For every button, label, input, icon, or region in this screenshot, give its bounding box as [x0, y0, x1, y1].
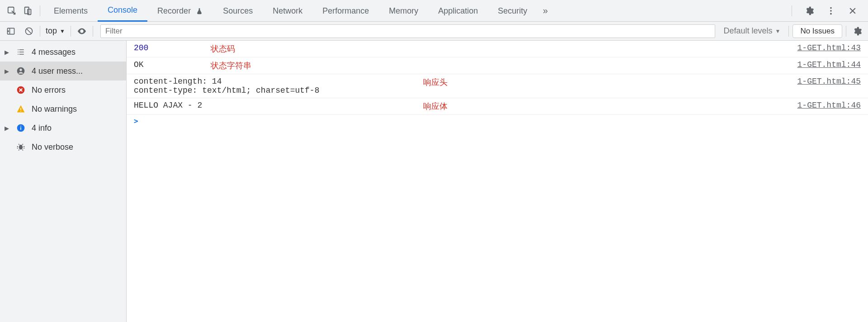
tab-sources[interactable]: Sources: [213, 0, 263, 22]
chevron-down-icon: ▼: [775, 28, 781, 34]
svg-point-9: [19, 69, 22, 71]
svg-rect-12: [20, 111, 21, 112]
tab-security[interactable]: Security: [488, 0, 537, 22]
execution-context-select[interactable]: top ▼: [44, 26, 67, 36]
log-source-link[interactable]: 1-GET.html:45: [797, 77, 861, 86]
divider: [40, 26, 40, 37]
log-annotation: 状态字符串: [211, 60, 423, 71]
live-expression-eye-icon[interactable]: [75, 24, 89, 38]
divider: [93, 26, 93, 37]
console-log-row: 200状态码1-GET.html:43: [127, 41, 868, 57]
divider: [846, 26, 846, 37]
console-prompt[interactable]: >: [127, 115, 868, 127]
sidebar-item-messages[interactable]: ▶ 4 messages: [0, 43, 126, 62]
console-sidebar: ▶ 4 messages ▶ 4 user mess... No errors: [0, 41, 127, 322]
sidebar-item-user-messages[interactable]: ▶ 4 user mess...: [0, 62, 126, 80]
main-area: ▶ 4 messages ▶ 4 user mess... No errors: [0, 41, 868, 322]
close-devtools-icon[interactable]: [844, 3, 861, 19]
log-annotation: 响应头: [423, 77, 636, 88]
svg-rect-1: [25, 7, 29, 14]
log-message: OK: [134, 60, 211, 69]
log-message: 200: [134, 43, 211, 52]
log-source-link[interactable]: 1-GET.html:43: [797, 43, 861, 52]
console-log-row: HELLO AJAX - 2响应体1-GET.html:46: [127, 98, 868, 115]
log-annotation: 响应体: [423, 101, 636, 112]
tab-application[interactable]: Application: [428, 0, 488, 22]
divider: [792, 5, 792, 16]
error-icon: [15, 85, 26, 95]
tab-console[interactable]: Console: [98, 0, 147, 22]
warning-icon: [15, 104, 26, 114]
devtools-tabs-bar: Elements Console Recorder Sources Networ…: [0, 0, 868, 22]
caret-icon: ▶: [5, 68, 10, 75]
sidebar-label: 4 info: [32, 123, 52, 133]
sidebar-label: No verbose: [32, 142, 73, 152]
sidebar-item-info[interactable]: ▶ 4 info: [0, 118, 126, 137]
filter-input[interactable]: [100, 24, 716, 38]
divider: [40, 5, 40, 16]
toggle-sidebar-icon[interactable]: [4, 24, 18, 38]
device-toolbar-icon[interactable]: [20, 3, 36, 19]
console-log-row: OK状态字符串1-GET.html:44: [127, 57, 868, 74]
divider: [71, 26, 71, 37]
log-source-link[interactable]: 1-GET.html:44: [797, 60, 861, 69]
svg-rect-11: [20, 108, 21, 110]
tab-recorder-label: Recorder: [157, 6, 191, 15]
gear-icon[interactable]: [801, 3, 817, 19]
sidebar-item-warnings[interactable]: No warnings: [0, 99, 126, 118]
log-message: content-length: 14 content-type: text/ht…: [134, 77, 423, 95]
log-levels-select[interactable]: Default levels ▼: [719, 26, 785, 36]
caret-icon: ▶: [5, 49, 10, 56]
flask-icon: [196, 6, 203, 15]
bug-icon: [15, 142, 26, 152]
info-icon: [15, 123, 26, 133]
svg-rect-14: [20, 127, 21, 130]
console-filter-bar: top ▼ Default levels ▼ No Issues: [0, 22, 868, 41]
console-gear-icon[interactable]: [850, 24, 864, 38]
tab-memory[interactable]: Memory: [379, 0, 428, 22]
context-label: top: [46, 26, 57, 36]
list-icon: [15, 47, 26, 57]
user-icon: [15, 66, 26, 76]
console-output: 200状态码1-GET.html:43OK状态字符串1-GET.html:44c…: [127, 41, 868, 322]
svg-point-3: [830, 7, 832, 9]
kebab-menu-icon[interactable]: [823, 3, 839, 19]
issues-button[interactable]: No Issues: [793, 24, 842, 38]
console-log-row: content-length: 14 content-type: text/ht…: [127, 74, 868, 98]
sidebar-label: No warnings: [32, 104, 77, 114]
log-message: HELLO AJAX - 2: [134, 101, 423, 110]
caret-icon: ▶: [5, 125, 10, 132]
divider: [788, 26, 789, 37]
sidebar-label: No errors: [32, 85, 66, 95]
svg-rect-15: [20, 126, 21, 127]
svg-point-5: [830, 13, 832, 14]
prompt-chevron-icon: >: [134, 117, 138, 125]
tab-elements[interactable]: Elements: [44, 0, 98, 22]
sidebar-label: 4 user mess...: [32, 66, 83, 76]
log-annotation: 状态码: [211, 43, 423, 54]
levels-label: Default levels: [723, 26, 772, 36]
tab-recorder[interactable]: Recorder: [147, 0, 213, 22]
more-tabs-icon[interactable]: »: [537, 3, 553, 19]
sidebar-item-errors[interactable]: No errors: [0, 80, 126, 99]
tab-performance[interactable]: Performance: [312, 0, 379, 22]
inspect-element-icon[interactable]: [4, 3, 20, 19]
tab-network[interactable]: Network: [263, 0, 312, 22]
clear-console-icon[interactable]: [22, 24, 36, 38]
svg-point-4: [830, 10, 832, 12]
chevron-down-icon: ▼: [60, 28, 65, 34]
log-source-link[interactable]: 1-GET.html:46: [797, 101, 861, 110]
sidebar-item-verbose[interactable]: No verbose: [0, 137, 126, 156]
sidebar-label: 4 messages: [32, 47, 75, 57]
